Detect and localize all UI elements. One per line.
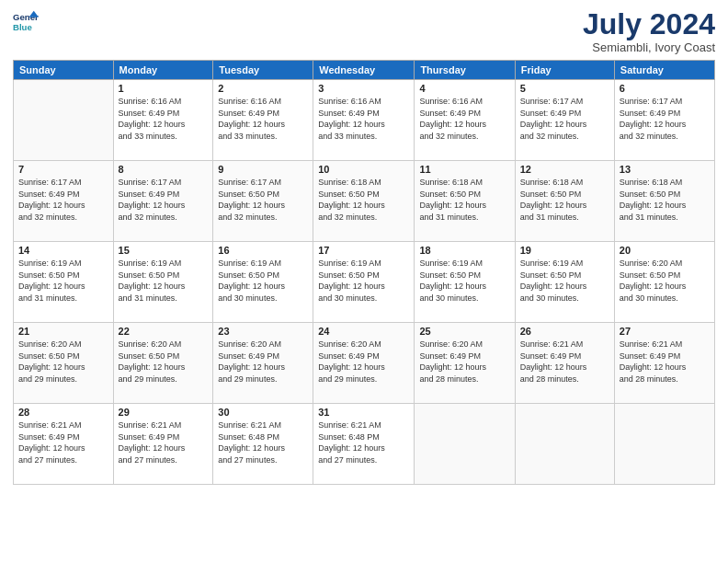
calendar-week-4: 21Sunrise: 6:20 AM Sunset: 6:50 PM Dayli… — [14, 323, 715, 404]
calendar-cell — [515, 404, 614, 485]
day-info: Sunrise: 6:20 AM Sunset: 6:50 PM Dayligh… — [119, 339, 209, 385]
day-number: 25 — [419, 326, 509, 337]
calendar-cell: 22Sunrise: 6:20 AM Sunset: 6:50 PM Dayli… — [113, 323, 213, 404]
month-year: July 2024 — [583, 9, 715, 39]
day-number: 20 — [620, 245, 710, 256]
calendar-week-1: 1Sunrise: 6:16 AM Sunset: 6:49 PM Daylig… — [14, 80, 715, 161]
day-number: 18 — [419, 245, 509, 256]
day-info: Sunrise: 6:20 AM Sunset: 6:50 PM Dayligh… — [18, 339, 108, 385]
calendar-header-row: SundayMondayTuesdayWednesdayThursdayFrid… — [14, 61, 715, 80]
calendar-cell: 20Sunrise: 6:20 AM Sunset: 6:50 PM Dayli… — [614, 242, 714, 323]
day-info: Sunrise: 6:16 AM Sunset: 6:49 PM Dayligh… — [218, 96, 308, 142]
calendar-cell: 17Sunrise: 6:19 AM Sunset: 6:50 PM Dayli… — [313, 242, 415, 323]
calendar-cell: 2Sunrise: 6:16 AM Sunset: 6:49 PM Daylig… — [213, 80, 313, 161]
day-number: 1 — [119, 83, 209, 94]
day-info: Sunrise: 6:18 AM Sunset: 6:50 PM Dayligh… — [419, 177, 509, 223]
day-number: 26 — [520, 326, 609, 337]
calendar-cell — [415, 404, 515, 485]
day-number: 8 — [119, 164, 209, 175]
day-info: Sunrise: 6:18 AM Sunset: 6:50 PM Dayligh… — [620, 177, 710, 223]
calendar-cell: 11Sunrise: 6:18 AM Sunset: 6:50 PM Dayli… — [415, 161, 515, 242]
day-info: Sunrise: 6:19 AM Sunset: 6:50 PM Dayligh… — [318, 258, 409, 304]
day-number: 3 — [318, 83, 409, 94]
day-number: 29 — [119, 407, 209, 418]
day-number: 7 — [18, 164, 108, 175]
day-info: Sunrise: 6:21 AM Sunset: 6:49 PM Dayligh… — [620, 339, 710, 385]
day-info: Sunrise: 6:17 AM Sunset: 6:49 PM Dayligh… — [520, 96, 609, 142]
calendar-cell: 6Sunrise: 6:17 AM Sunset: 6:49 PM Daylig… — [614, 80, 714, 161]
location: Semiambli, Ivory Coast — [583, 40, 715, 54]
day-number: 13 — [620, 164, 710, 175]
weekday-header-sunday: Sunday — [14, 61, 114, 80]
day-info: Sunrise: 6:18 AM Sunset: 6:50 PM Dayligh… — [520, 177, 609, 223]
day-number: 16 — [218, 245, 308, 256]
day-number: 6 — [620, 83, 710, 94]
day-info: Sunrise: 6:20 AM Sunset: 6:49 PM Dayligh… — [419, 339, 509, 385]
day-info: Sunrise: 6:19 AM Sunset: 6:50 PM Dayligh… — [119, 258, 209, 304]
calendar-cell: 10Sunrise: 6:18 AM Sunset: 6:50 PM Dayli… — [313, 161, 415, 242]
day-number: 2 — [218, 83, 308, 94]
weekday-header-saturday: Saturday — [614, 61, 714, 80]
calendar-cell: 24Sunrise: 6:20 AM Sunset: 6:49 PM Dayli… — [313, 323, 415, 404]
day-number: 15 — [119, 245, 209, 256]
day-number: 4 — [419, 83, 509, 94]
title-block: July 2024 Semiambli, Ivory Coast — [583, 9, 715, 54]
page-header: General Blue July 2024 Semiambli, Ivory … — [13, 9, 715, 54]
day-number: 10 — [318, 164, 409, 175]
day-number: 30 — [218, 407, 308, 418]
day-number: 12 — [520, 164, 609, 175]
day-number: 19 — [520, 245, 609, 256]
weekday-header-thursday: Thursday — [415, 61, 515, 80]
calendar-cell: 16Sunrise: 6:19 AM Sunset: 6:50 PM Dayli… — [213, 242, 313, 323]
day-number: 23 — [218, 326, 308, 337]
calendar-cell — [614, 404, 714, 485]
weekday-header-wednesday: Wednesday — [313, 61, 415, 80]
weekday-header-monday: Monday — [113, 61, 213, 80]
calendar-cell: 25Sunrise: 6:20 AM Sunset: 6:49 PM Dayli… — [415, 323, 515, 404]
day-info: Sunrise: 6:16 AM Sunset: 6:49 PM Dayligh… — [119, 96, 209, 142]
day-info: Sunrise: 6:17 AM Sunset: 6:50 PM Dayligh… — [218, 177, 308, 223]
day-info: Sunrise: 6:17 AM Sunset: 6:49 PM Dayligh… — [119, 177, 209, 223]
calendar-cell: 7Sunrise: 6:17 AM Sunset: 6:49 PM Daylig… — [14, 161, 114, 242]
day-number: 21 — [18, 326, 108, 337]
calendar-cell: 1Sunrise: 6:16 AM Sunset: 6:49 PM Daylig… — [113, 80, 213, 161]
day-info: Sunrise: 6:17 AM Sunset: 6:49 PM Dayligh… — [620, 96, 710, 142]
calendar-cell: 29Sunrise: 6:21 AM Sunset: 6:49 PM Dayli… — [113, 404, 213, 485]
day-number: 31 — [318, 407, 409, 418]
calendar-cell: 28Sunrise: 6:21 AM Sunset: 6:49 PM Dayli… — [14, 404, 114, 485]
calendar-cell: 30Sunrise: 6:21 AM Sunset: 6:48 PM Dayli… — [213, 404, 313, 485]
day-info: Sunrise: 6:20 AM Sunset: 6:50 PM Dayligh… — [620, 258, 710, 304]
day-info: Sunrise: 6:16 AM Sunset: 6:49 PM Dayligh… — [419, 96, 509, 142]
calendar-cell: 15Sunrise: 6:19 AM Sunset: 6:50 PM Dayli… — [113, 242, 213, 323]
day-info: Sunrise: 6:21 AM Sunset: 6:48 PM Dayligh… — [318, 419, 409, 465]
day-number: 17 — [318, 245, 409, 256]
day-number: 14 — [18, 245, 108, 256]
logo: General Blue — [13, 9, 39, 35]
calendar-cell: 23Sunrise: 6:20 AM Sunset: 6:49 PM Dayli… — [213, 323, 313, 404]
day-number: 28 — [18, 407, 108, 418]
calendar-week-5: 28Sunrise: 6:21 AM Sunset: 6:49 PM Dayli… — [14, 404, 715, 485]
day-info: Sunrise: 6:19 AM Sunset: 6:50 PM Dayligh… — [218, 258, 308, 304]
calendar-cell: 4Sunrise: 6:16 AM Sunset: 6:49 PM Daylig… — [415, 80, 515, 161]
calendar-cell — [14, 80, 114, 161]
day-info: Sunrise: 6:16 AM Sunset: 6:49 PM Dayligh… — [318, 96, 409, 142]
day-info: Sunrise: 6:20 AM Sunset: 6:49 PM Dayligh… — [218, 339, 308, 385]
calendar-week-3: 14Sunrise: 6:19 AM Sunset: 6:50 PM Dayli… — [14, 242, 715, 323]
day-info: Sunrise: 6:20 AM Sunset: 6:49 PM Dayligh… — [318, 339, 409, 385]
calendar-cell: 14Sunrise: 6:19 AM Sunset: 6:50 PM Dayli… — [14, 242, 114, 323]
calendar-cell: 3Sunrise: 6:16 AM Sunset: 6:49 PM Daylig… — [313, 80, 415, 161]
day-number: 22 — [119, 326, 209, 337]
day-info: Sunrise: 6:19 AM Sunset: 6:50 PM Dayligh… — [520, 258, 609, 304]
day-info: Sunrise: 6:21 AM Sunset: 6:49 PM Dayligh… — [119, 419, 209, 465]
day-info: Sunrise: 6:21 AM Sunset: 6:49 PM Dayligh… — [18, 419, 108, 465]
day-number: 11 — [419, 164, 509, 175]
day-number: 5 — [520, 83, 609, 94]
calendar-cell: 26Sunrise: 6:21 AM Sunset: 6:49 PM Dayli… — [515, 323, 614, 404]
calendar-cell: 21Sunrise: 6:20 AM Sunset: 6:50 PM Dayli… — [14, 323, 114, 404]
day-number: 9 — [218, 164, 308, 175]
calendar-week-2: 7Sunrise: 6:17 AM Sunset: 6:49 PM Daylig… — [14, 161, 715, 242]
weekday-header-tuesday: Tuesday — [213, 61, 313, 80]
calendar-cell: 27Sunrise: 6:21 AM Sunset: 6:49 PM Dayli… — [614, 323, 714, 404]
calendar-cell: 5Sunrise: 6:17 AM Sunset: 6:49 PM Daylig… — [515, 80, 614, 161]
calendar-cell: 12Sunrise: 6:18 AM Sunset: 6:50 PM Dayli… — [515, 161, 614, 242]
